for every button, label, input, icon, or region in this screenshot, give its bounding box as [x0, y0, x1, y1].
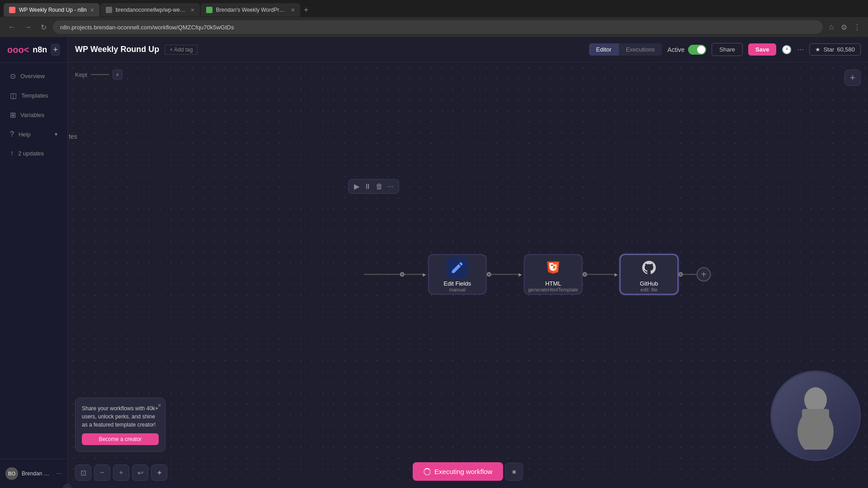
become-creator-button[interactable]: Become a creator — [82, 433, 159, 445]
sidebar: ooo< n8n + ⊙ Overview ◫ Templates ⊞ Vari… — [0, 37, 68, 488]
logo-icon: ooo< — [7, 45, 29, 55]
sidebar-item-updates-label: 2 updates — [18, 150, 44, 157]
svg-rect-8 — [802, 409, 829, 436]
zoom-in-button[interactable]: + — [113, 465, 129, 481]
tab-3[interactable]: Brendan's Weekly WordPress N... × — [201, 3, 300, 17]
sidebar-item-help[interactable]: ? Help ▾ — [3, 126, 65, 143]
node-trash-button[interactable]: 🗑 — [376, 182, 383, 191]
sidebar-user[interactable]: BO Brendan OCon... ··· — [0, 463, 67, 484]
tab-2-title: brendanoconnellwp/wp-weekl... — [116, 7, 187, 13]
undo-button[interactable]: ↩ — [132, 465, 148, 481]
refresh-button[interactable]: ↻ — [38, 21, 49, 33]
tab-2-close[interactable]: × — [191, 6, 194, 14]
arrow-3: ▶ — [614, 272, 618, 277]
executing-label: Executing workflow — [434, 468, 492, 475]
active-switch[interactable] — [688, 45, 706, 55]
tab-1-title: WP Weekly Round Up - n8n — [19, 7, 87, 13]
sidebar-nav: ⊙ Overview ◫ Templates ⊞ Variables ? Hel… — [0, 63, 67, 459]
tab-1-close[interactable]: × — [90, 6, 94, 14]
fit-view-button[interactable]: ⊡ — [75, 465, 91, 481]
node-github-name: GitHub — [640, 280, 658, 287]
video-placeholder — [772, 372, 859, 460]
nav-bar: ← → ↻ n8n.projects.brendan-oconnell.com/… — [0, 17, 868, 37]
sidebar-item-templates-label: Templates — [21, 92, 48, 99]
forward-button[interactable]: → — [22, 21, 34, 33]
nav-actions: ☆ ⚙ ⋮ — [826, 21, 863, 33]
canvas[interactable]: Kept + tes ▶ ⏸ 🗑 ··· — [68, 62, 868, 488]
tab-2[interactable]: brendanoconnellwp/wp-weekl... × — [100, 3, 200, 17]
add-tag-button[interactable]: + Add tag — [165, 45, 198, 55]
tab-2-favicon — [106, 7, 112, 13]
github-icon — [638, 257, 660, 278]
back-button[interactable]: ← — [5, 21, 18, 33]
sidebar-item-overview[interactable]: ⊙ Overview — [3, 67, 65, 85]
connection-dot-3 — [583, 272, 587, 277]
active-toggle-area: Active — [667, 45, 706, 55]
connection-dot-1 — [400, 272, 405, 277]
node-edit-fields-name: Edit Fields — [443, 280, 471, 287]
sidebar-item-variables[interactable]: ⊞ Variables — [3, 106, 65, 124]
node-more-button[interactable]: ··· — [387, 182, 393, 191]
sidebar-add-button[interactable]: + — [51, 43, 60, 56]
edit-fields-icon — [447, 257, 468, 278]
node-edit-fields[interactable]: Edit Fields manual — [428, 254, 487, 295]
node-play-button[interactable]: ▶ — [354, 182, 359, 191]
active-label: Active — [667, 46, 684, 53]
sidebar-item-variables-label: Variables — [20, 112, 44, 118]
new-tab-button[interactable]: + — [301, 5, 311, 15]
tab-3-close[interactable]: × — [291, 6, 295, 14]
star-button[interactable]: ★ ★ Star Star 60,580 — [809, 43, 861, 56]
extensions-button[interactable]: ⚙ — [839, 21, 849, 33]
canvas-add-node-button[interactable]: + — [844, 70, 861, 86]
tab-1[interactable]: WP Weekly Round Up - n8n × — [4, 3, 99, 17]
node-html[interactable]: HTML generateHtmlTemplate — [524, 254, 583, 295]
editor-toggle-button[interactable]: Editor — [589, 43, 619, 56]
tab-1-favicon — [9, 7, 15, 13]
bottom-toolbar: ⊡ − + ↩ ✦ — [75, 465, 167, 481]
address-bar[interactable]: n8n.projects.brendan-oconnell.com/workfl… — [53, 20, 823, 34]
history-button[interactable]: 🕐 — [782, 45, 792, 55]
breadcrumb-add-button[interactable]: + — [113, 70, 123, 80]
toolbar: WP Weekly Round Up + Add tag Editor Exec… — [68, 37, 868, 62]
sidebar-item-templates[interactable]: ◫ Templates — [3, 87, 65, 104]
connection-dot-4 — [679, 272, 683, 277]
executing-workflow-button[interactable]: Executing workflow — [413, 462, 503, 481]
workflow-title: WP Weekly Round Up — [75, 45, 159, 54]
star-icon: ★ — [815, 46, 821, 53]
node-html-name: HTML — [545, 280, 561, 287]
save-button[interactable]: Save — [748, 43, 776, 56]
zoom-out-button[interactable]: − — [94, 465, 110, 481]
svg-point-6 — [804, 387, 827, 413]
settings-button[interactable]: ✦ — [151, 465, 167, 481]
sidebar-item-help-label: Help — [19, 131, 31, 138]
stop-execution-button[interactable]: ■ — [505, 463, 523, 481]
node-github-sub: edit: file — [641, 287, 658, 292]
share-button[interactable]: Share — [712, 43, 743, 56]
logo-text: n8n — [33, 45, 47, 55]
more-button[interactable]: ··· — [797, 45, 804, 54]
stop-icon: ■ — [512, 468, 516, 475]
tab-3-favicon — [206, 7, 212, 13]
node-edit-fields-sub: manual — [449, 287, 466, 292]
node-github[interactable]: GitHub edit: file — [620, 254, 679, 295]
breadcrumb-kept: Kept — [75, 71, 87, 78]
notification-text: Share your workflows with 40k+ users, un… — [82, 404, 159, 429]
variables-icon: ⊞ — [10, 111, 16, 119]
node-toolbar: ▶ ⏸ 🗑 ··· — [348, 179, 399, 194]
user-more-icon[interactable]: ··· — [56, 469, 62, 478]
video-preview — [770, 371, 861, 461]
partial-label: tes — [69, 133, 77, 140]
notification-close-button[interactable]: × — [158, 402, 161, 409]
node-html-sub: generateHtmlTemplate — [528, 287, 578, 292]
bookmark-button[interactable]: ☆ — [826, 21, 836, 33]
executions-toggle-button[interactable]: Executions — [619, 43, 662, 56]
connection-line-4 — [683, 274, 697, 275]
menu-button[interactable]: ⋮ — [852, 21, 863, 33]
executing-spinner — [424, 468, 431, 475]
add-node-button[interactable]: + — [697, 267, 711, 282]
avatar: BO — [5, 467, 18, 480]
sidebar-item-updates[interactable]: ↑ 2 updates — [3, 145, 65, 162]
avatar-initials: BO — [8, 471, 15, 476]
node-pause-button[interactable]: ⏸ — [364, 182, 371, 191]
editor-executions-toggle: Editor Executions — [589, 43, 662, 56]
